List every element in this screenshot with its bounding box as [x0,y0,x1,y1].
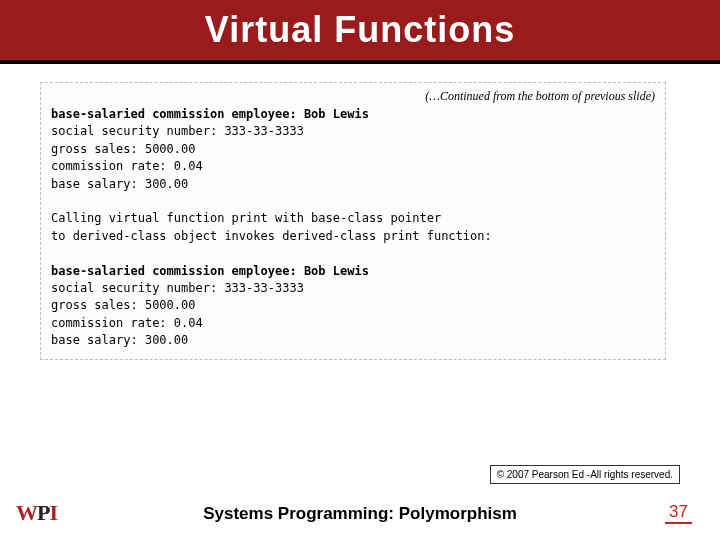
code-line: Bob Lewis [304,264,369,278]
code-line: commission rate: 0.04 [51,316,203,330]
title-bar: Virtual Functions [0,0,720,64]
continued-note: (…Continued from the bottom of previous … [51,89,655,104]
code-line: base-salaried commission employee: [51,264,304,278]
code-panel: (…Continued from the bottom of previous … [40,82,666,360]
footer-text: Systems Programming: Polymorphism [0,504,720,524]
code-line: gross sales: 5000.00 [51,142,196,156]
code-line: Calling virtual function print with base… [51,211,441,225]
code-line: Bob Lewis [304,107,369,121]
slide-title: Virtual Functions [205,9,515,51]
copyright-notice: © 2007 Pearson Ed -All rights reserved. [490,465,680,484]
code-line: base salary: 300.00 [51,177,188,191]
code-line: social security number: 333-33-3333 [51,281,304,295]
code-line: gross sales: 5000.00 [51,298,196,312]
slide: Virtual Functions (…Continued from the b… [0,0,720,540]
page-number: 37 [665,502,692,524]
code-line: base-salaried commission employee: [51,107,304,121]
code-line: base salary: 300.00 [51,333,188,347]
code-output: base-salaried commission employee: Bob L… [51,106,655,349]
code-line: social security number: 333-33-3333 [51,124,304,138]
code-line: commission rate: 0.04 [51,159,203,173]
code-line: to derived-class object invokes derived-… [51,229,492,243]
footer: WPI Systems Programming: Polymorphism 37 [0,496,720,526]
